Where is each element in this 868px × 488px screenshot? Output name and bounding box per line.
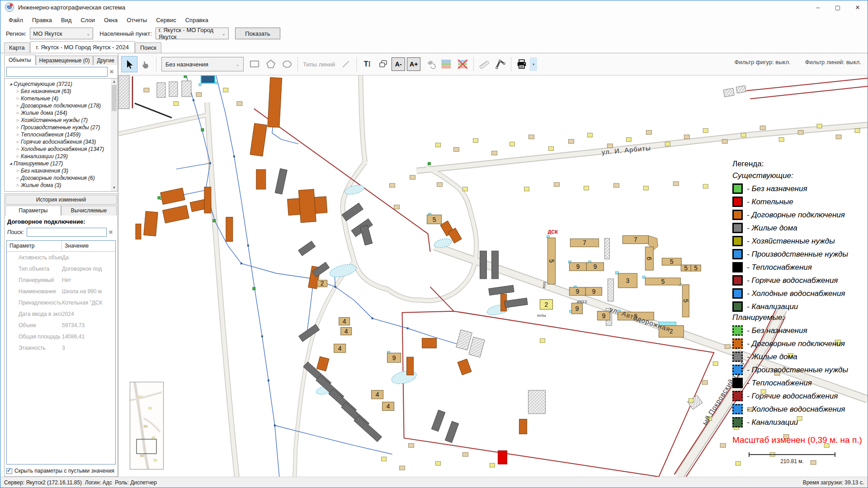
minimap-viewport[interactable] [137, 439, 156, 454]
layers-visibility-button[interactable] [439, 56, 455, 72]
objects-tab[interactable]: Неразмещенные (0) [36, 56, 94, 65]
tree-collapsed-icon[interactable]: ▷ [15, 169, 21, 173]
scroll-thumb[interactable] [112, 85, 117, 111]
hide-empty-checkbox-row[interactable]: Скрыть параметры с пустыми значения [5, 465, 118, 476]
map-building[interactable]: 2 [540, 300, 552, 310]
tree-item[interactable]: ▷Жилые дома (3) [5, 182, 111, 189]
menu-item[interactable]: Отчеты [122, 15, 151, 25]
main-tab[interactable]: г. Якутск - МО Город Якутск - 2024 [30, 41, 135, 53]
tree-item[interactable]: ▷Договорные подключения (6) [5, 174, 111, 182]
parameter-row[interactable]: НаименованиеШкола на 990 м [7, 286, 115, 297]
tree-expanded-icon[interactable]: ◢ [8, 82, 14, 86]
select-tool-button[interactable] [121, 56, 137, 72]
map-canvas[interactable]: 579999993765555552544494422 ул. И. Арбит… [118, 75, 868, 477]
map-building[interactable]: 9 [571, 303, 582, 314]
column-header-value[interactable]: Значение [62, 241, 91, 251]
map-building[interactable]: 5 [682, 285, 689, 317]
tree-collapsed-icon[interactable]: ▷ [15, 140, 21, 144]
draw-line-button[interactable] [338, 56, 354, 72]
map-building[interactable]: 9 [387, 353, 401, 362]
parameters-tab[interactable]: Параметры [5, 206, 61, 216]
measure-tool-button[interactable] [476, 56, 492, 72]
draw-polygon-button[interactable] [263, 56, 279, 72]
font-decrease-button[interactable]: A- [392, 57, 405, 71]
map-building[interactable]: 7 [570, 239, 599, 247]
hide-empty-checkbox[interactable] [6, 468, 12, 474]
objects-tab[interactable]: Объекты [4, 55, 36, 65]
parameter-row[interactable]: Этажность3 [7, 342, 115, 353]
map-building[interactable]: 2 [317, 280, 327, 287]
tree-collapsed-icon[interactable]: ▷ [15, 126, 21, 129]
map-building[interactable]: 5 [547, 238, 555, 284]
parameter-row[interactable]: ПланируемыйНет [7, 274, 115, 286]
map-building[interactable]: 4 [334, 344, 346, 352]
scroll-down-icon[interactable]: ▼ [113, 185, 116, 191]
tree-item[interactable]: ▷Производственные нужды (27) [5, 124, 111, 131]
tree-collapsed-icon[interactable]: ▷ [15, 97, 21, 100]
menu-item[interactable]: Файл [4, 15, 28, 25]
tree-item[interactable]: ▷Холодные водоснабжения (1347) [5, 145, 111, 153]
show-button[interactable]: Показать [235, 28, 280, 39]
menu-item[interactable]: Правка [28, 15, 57, 25]
close-button[interactable]: ✕ [848, 0, 868, 14]
tree-collapsed-icon[interactable]: ▷ [15, 104, 21, 108]
clear-search-icon[interactable]: ✕ [108, 69, 116, 75]
text-tool-button[interactable]: TI [359, 56, 375, 72]
tree-scrollbar[interactable]: ▲ ▼ [111, 79, 118, 191]
tree-collapsed-icon[interactable]: ▷ [15, 133, 21, 136]
tree-item[interactable]: ▷Без назначения (3) [5, 167, 111, 174]
map-building[interactable]: 5 [662, 258, 681, 265]
folding-ruler-button[interactable] [492, 56, 509, 72]
tree-item[interactable]: ▷Без назначения (63) [5, 88, 111, 95]
scroll-up-icon[interactable]: ▲ [113, 79, 116, 85]
main-tab[interactable]: Поиск [135, 42, 161, 53]
column-header-parameter[interactable]: Параметр [7, 241, 62, 251]
tree-item[interactable]: ▷Котельные (4) [5, 95, 111, 102]
tree-item[interactable]: ◢Существующие (3721) [5, 80, 111, 88]
parameter-row[interactable]: Объем59734,73 [7, 319, 115, 331]
region-select[interactable]: МО Якутск ⌄ [30, 28, 93, 39]
map-building[interactable]: 5 [645, 278, 680, 285]
parameter-row[interactable]: Принадлежность к коКотельная "ДСК [7, 297, 115, 308]
tree-item[interactable]: ▷Хозяйственные нужды (7) [5, 117, 111, 124]
tree-collapsed-icon[interactable]: ▷ [15, 155, 21, 158]
map-building[interactable]: 9 [569, 263, 586, 271]
map-building[interactable]: 4 [341, 327, 352, 335]
maximize-button[interactable]: ▢ [828, 0, 848, 14]
map-building[interactable]: 5 [427, 215, 442, 224]
settlement-select[interactable]: г. Якутск - МО Город Якутск ⌄ [156, 28, 229, 39]
print-button[interactable] [514, 56, 530, 72]
tree-collapsed-icon[interactable]: ▷ [15, 111, 21, 115]
parameter-row[interactable]: Тип объектаДоговорное под [7, 263, 115, 274]
clear-search-icon[interactable]: ✕ [107, 229, 115, 235]
map-building[interactable]: 7 [623, 235, 648, 244]
map-building[interactable]: 3 [618, 273, 637, 288]
minimize-button[interactable]: – [808, 0, 828, 14]
map-building[interactable]: 4 [382, 402, 394, 411]
objects-tab[interactable]: Другие [93, 56, 118, 65]
tree-collapsed-icon[interactable]: ▷ [15, 183, 21, 187]
map-building[interactable]: 5 [691, 264, 701, 272]
map-building[interactable]: 6 [645, 247, 653, 270]
group-objects-button[interactable] [375, 56, 392, 72]
objects-search-input[interactable] [6, 67, 108, 77]
tree-collapsed-icon[interactable]: ▷ [15, 147, 21, 151]
tree-item[interactable]: ▷Жилые дома (164) [5, 109, 111, 117]
map-building[interactable]: 9 [597, 311, 610, 320]
tree-item[interactable]: ▷Теплоснабжения (1459) [5, 131, 111, 138]
draw-ellipse-button[interactable] [279, 56, 295, 72]
menu-item[interactable]: Окна [99, 15, 122, 25]
tree-collapsed-icon[interactable]: ▷ [15, 89, 21, 93]
tree-item[interactable]: ▷Договорные подключения (178) [5, 102, 111, 109]
tree-item[interactable]: ◢Планируемые (127) [5, 160, 111, 167]
tree-item[interactable]: ▷Канализации (129) [5, 153, 111, 160]
menu-item[interactable]: Справка [181, 15, 213, 25]
tree-collapsed-icon[interactable]: ▷ [15, 118, 21, 122]
menu-item[interactable]: Сервис [151, 15, 181, 25]
tree-collapsed-icon[interactable]: ▷ [15, 176, 21, 180]
menu-item[interactable]: Вид [57, 15, 76, 25]
map-building[interactable]: 9 [586, 263, 604, 271]
params-search-input[interactable] [27, 228, 107, 237]
selected-object[interactable] [201, 75, 215, 83]
minimap[interactable] [130, 382, 164, 469]
